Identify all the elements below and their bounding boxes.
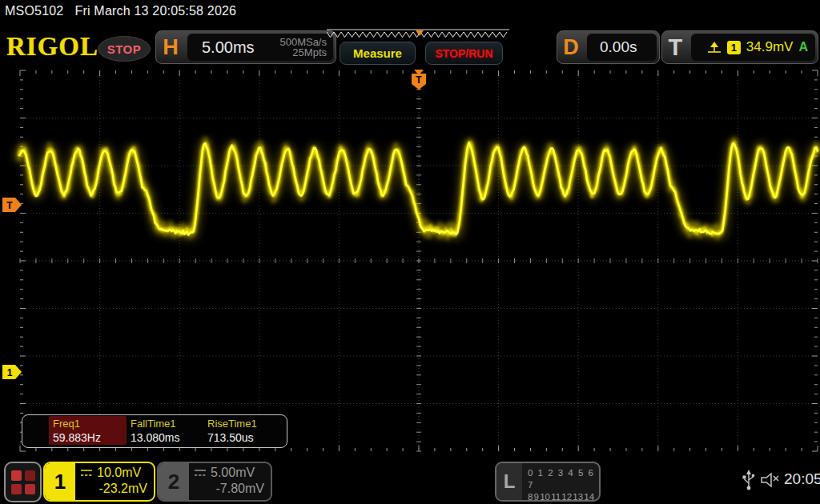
- speaker-muted-icon[interactable]: [760, 471, 782, 489]
- delay-value: 0.00s: [600, 38, 637, 56]
- measurement-label: Freq1: [53, 418, 130, 430]
- measurement-label: FallTime1: [131, 418, 207, 430]
- trigger-level-marker: T: [2, 198, 22, 212]
- graticule: [20, 70, 818, 451]
- edge-trigger-icon: [705, 40, 722, 54]
- acquisition-rates: 500MSa/s 25Mpts: [279, 37, 327, 58]
- four-squares-icon: [11, 470, 35, 494]
- svg-text:1: 1: [7, 367, 13, 378]
- svg-text:T: T: [6, 200, 13, 211]
- channel2-badge[interactable]: 2 5.00mV -7.80mV: [157, 462, 272, 502]
- channel2-scale: 5.00mV: [211, 465, 255, 481]
- measurement-value: 713.50us: [207, 430, 284, 445]
- channel1-offset: -23.2mV: [80, 481, 149, 496]
- timebase-value: 5.00ms: [202, 38, 255, 57]
- delay-key-label: D: [557, 31, 585, 63]
- menu-square: [11, 470, 22, 481]
- menu-square: [11, 484, 22, 494]
- dc-coupling-icon: [80, 469, 93, 478]
- model-label: MSO5102: [5, 4, 63, 18]
- menu-square: [25, 484, 35, 494]
- logic-channels-badge[interactable]: L 0 1 2 3 4 5 6 7 8 9 10 11 12 13 14 15: [495, 462, 601, 502]
- trigger-level-value: 34.9mV: [746, 39, 794, 55]
- channel2-number[interactable]: 2: [159, 463, 189, 500]
- trigger-key-label: T: [662, 31, 689, 63]
- clock-display: 20:05: [784, 470, 820, 488]
- logic-channels-row1: 0 1 2 3 4 5 6 7: [528, 467, 599, 491]
- horizontal-settings-tab[interactable]: H 5.00ms 500MSa/s 25Mpts: [155, 30, 336, 64]
- system-info-bar: MSO5102Fri March 13 20:05:58 2026: [5, 4, 236, 18]
- channel1-scale: 10.0mV: [97, 465, 141, 481]
- delay-settings-tab[interactable]: D 0.00s: [557, 30, 660, 64]
- logic-key-label: L: [496, 463, 522, 500]
- measurement-label: RiseTime1: [207, 418, 284, 430]
- measurement-item[interactable]: RiseTime1 713.50us: [207, 418, 284, 445]
- measure-button[interactable]: Measure: [340, 42, 416, 65]
- measurement-item[interactable]: Freq1 59.883Hz: [53, 418, 130, 445]
- ch1-waveform-trace: [19, 139, 818, 238]
- memory-depth-value: 25Mpts: [279, 47, 327, 58]
- trigger-source-badge: 1: [727, 41, 741, 54]
- horizontal-key-label: H: [156, 31, 185, 63]
- trigger-position-marker: T: [412, 70, 426, 90]
- dc-coupling-icon: [194, 469, 207, 478]
- stop-run-button[interactable]: STOP/RUN: [425, 42, 503, 65]
- channel2-offset: -7.80mV: [194, 481, 266, 496]
- horizontal-preview-strip[interactable]: [327, 29, 509, 39]
- measurement-value: 59.883Hz: [53, 430, 130, 445]
- logic-channels-row2: 8 9 10 11 12 13 14 15: [528, 491, 599, 502]
- usb-icon: [742, 469, 755, 491]
- menu-grid-button[interactable]: [4, 462, 42, 502]
- rigol-logo: RIGOL: [6, 32, 98, 62]
- trigger-sweep-mode: A: [798, 40, 808, 54]
- channel1-position-marker: 1: [2, 365, 22, 379]
- channel1-number[interactable]: 1: [45, 463, 75, 500]
- menu-square: [25, 470, 35, 481]
- measurement-panel[interactable]: Freq1 59.883Hz FallTime1 13.080ms RiseTi…: [22, 414, 287, 448]
- channel1-badge[interactable]: 1 10.0mV -23.2mV: [43, 462, 155, 502]
- measurement-item[interactable]: FallTime1 13.080ms: [131, 418, 207, 445]
- measurement-value: 13.080ms: [131, 430, 207, 445]
- svg-text:T: T: [416, 74, 422, 86]
- run-state-badge: STOP: [98, 36, 151, 62]
- trigger-settings-tab[interactable]: T 1 34.9mV A: [661, 30, 818, 64]
- datetime-label: Fri March 13 20:05:58 2026: [74, 4, 236, 18]
